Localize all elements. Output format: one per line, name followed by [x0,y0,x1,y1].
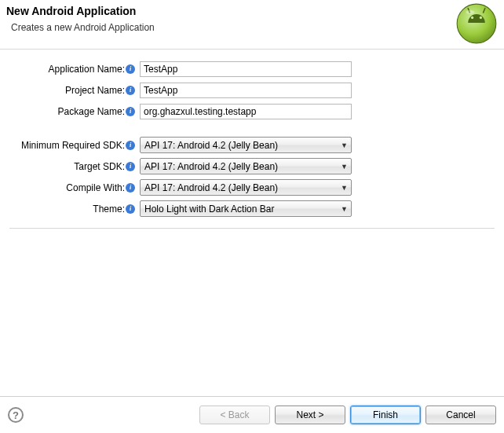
row-target-sdk: Target SDK:i API 17: Android 4.2 (Jelly … [9,156,495,176]
info-icon[interactable]: i [126,107,135,116]
divider [9,228,495,229]
finish-button[interactable]: Finish [350,405,421,424]
label-min-sdk: Minimum Required SDK:i [9,140,137,151]
help-icon[interactable]: ? [8,407,24,423]
min-sdk-dropdown[interactable]: API 17: Android 4.2 (Jelly Bean) ▼ [140,137,352,153]
compile-with-dropdown[interactable]: API 17: Android 4.2 (Jelly Bean) ▼ [140,179,352,196]
label-compile-with: Compile With:i [9,182,137,193]
chevron-down-icon: ▼ [341,205,348,213]
svg-point-0 [457,4,496,43]
row-package-name: Package Name:i [9,101,495,121]
row-project-name: Project Name:i [9,80,495,100]
label-text-theme: Theme: [93,204,125,215]
package-name-input[interactable] [140,104,352,119]
label-package-name: Package Name:i [9,106,137,117]
min-sdk-value: API 17: Android 4.2 (Jelly Bean) [144,140,278,151]
row-min-sdk: Minimum Required SDK:i API 17: Android 4… [9,135,495,155]
sdk-group: Minimum Required SDK:i API 17: Android 4… [9,135,495,218]
cancel-button[interactable]: Cancel [425,405,496,424]
label-text-target-sdk: Target SDK: [74,161,125,172]
target-sdk-dropdown[interactable]: API 17: Android 4.2 (Jelly Bean) ▼ [140,158,352,174]
svg-point-4 [480,17,482,19]
label-target-sdk: Target SDK:i [9,161,137,172]
info-icon[interactable]: i [126,141,135,150]
info-icon[interactable]: i [126,86,135,95]
theme-value: Holo Light with Dark Action Bar [144,204,274,215]
chevron-down-icon: ▼ [341,184,348,192]
svg-point-5 [466,10,475,14]
android-icon [455,2,498,45]
page-subtitle: Creates a new Android Application [11,22,155,33]
label-project-name: Project Name:i [9,85,137,96]
label-application-name: Application Name:i [9,64,137,75]
info-icon[interactable]: i [126,64,135,74]
row-theme: Theme:i Holo Light with Dark Action Bar … [9,199,495,218]
row-application-name: Application Name:i [9,59,495,79]
form-area: Application Name:i Project Name:i Packag… [0,50,504,237]
label-text-application-name: Application Name: [49,64,125,75]
application-name-input[interactable] [140,61,352,77]
compile-with-value: API 17: Android 4.2 (Jelly Bean) [144,182,278,193]
label-text-min-sdk: Minimum Required SDK: [21,140,125,151]
info-icon[interactable]: i [126,183,135,193]
label-text-compile-with: Compile With: [66,182,125,193]
label-text-package-name: Package Name: [58,106,125,117]
next-button[interactable]: Next > [275,405,345,424]
svg-point-3 [471,17,473,19]
back-button: < Back [199,405,270,424]
wizard-banner: New Android Application Creates a new An… [0,0,504,50]
chevron-down-icon: ▼ [341,163,348,171]
page-title: New Android Application [6,5,136,17]
wizard-footer: ? < Back Next > Finish Cancel [0,396,504,433]
info-icon[interactable]: i [126,204,135,214]
row-compile-with: Compile With:i API 17: Android 4.2 (Jell… [9,178,495,197]
name-group: Application Name:i Project Name:i Packag… [9,59,495,121]
label-text-project-name: Project Name: [65,85,125,96]
project-name-input[interactable] [140,83,352,98]
target-sdk-value: API 17: Android 4.2 (Jelly Bean) [144,161,278,172]
theme-dropdown[interactable]: Holo Light with Dark Action Bar ▼ [140,200,352,217]
label-theme: Theme:i [9,204,137,215]
info-icon[interactable]: i [126,162,135,171]
chevron-down-icon: ▼ [341,141,348,149]
footer-buttons: < Back Next > Finish Cancel [199,405,496,424]
